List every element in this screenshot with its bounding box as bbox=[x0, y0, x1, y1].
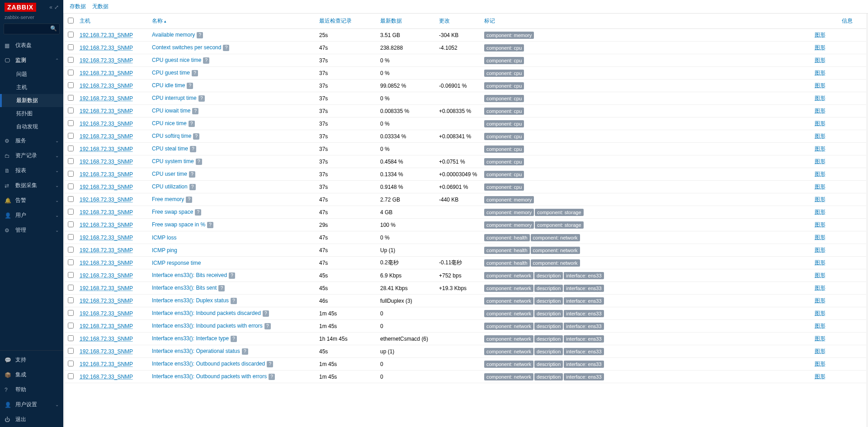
header-name[interactable]: 名称 bbox=[149, 14, 316, 29]
row-checkbox[interactable] bbox=[68, 259, 74, 265]
item-name-link[interactable]: Interface ens33(): Interface type bbox=[152, 335, 229, 342]
host-link[interactable]: 192.168.72.33_SNMP bbox=[80, 361, 133, 367]
graph-link[interactable]: 图形 bbox=[815, 272, 826, 278]
tab-has-data[interactable]: 存数据 bbox=[70, 3, 86, 10]
nav-users[interactable]: 👤用户⌄ bbox=[0, 208, 63, 223]
row-checkbox[interactable] bbox=[68, 95, 74, 101]
graph-link[interactable]: 图形 bbox=[815, 171, 826, 177]
help-icon[interactable]: ? bbox=[231, 298, 237, 304]
graph-link[interactable]: 图形 bbox=[815, 158, 826, 164]
row-checkbox[interactable] bbox=[68, 196, 74, 202]
nav-user-settings[interactable]: 👤用户设置⌄ bbox=[0, 397, 63, 412]
row-checkbox[interactable] bbox=[68, 158, 74, 164]
tag[interactable]: component: memory bbox=[484, 196, 534, 203]
help-icon[interactable]: ? bbox=[197, 32, 203, 38]
item-name-link[interactable]: Interface ens33(): Outbound packets disc… bbox=[152, 361, 265, 367]
item-name-link[interactable]: Free swap space bbox=[152, 209, 193, 215]
host-link[interactable]: 192.168.72.33_SNMP bbox=[80, 348, 133, 355]
help-icon[interactable]: ? bbox=[269, 374, 275, 380]
tag[interactable]: interface: ens33 bbox=[564, 272, 604, 279]
item-name-link[interactable]: CPU interrupt time bbox=[152, 95, 197, 101]
tag[interactable]: component: health bbox=[484, 234, 530, 241]
tag[interactable]: component: network bbox=[484, 373, 533, 380]
item-name-link[interactable]: Free memory bbox=[152, 196, 184, 202]
tag[interactable]: component: cpu bbox=[484, 108, 524, 115]
tag[interactable]: description bbox=[534, 285, 563, 292]
graph-link[interactable]: 图形 bbox=[815, 82, 826, 89]
row-checkbox[interactable] bbox=[68, 133, 74, 139]
nav-inventory[interactable]: 🗀资产记录⌄ bbox=[0, 148, 63, 163]
host-link[interactable]: 192.168.72.33_SNMP bbox=[80, 108, 133, 114]
host-link[interactable]: 192.168.72.33_SNMP bbox=[80, 247, 133, 253]
item-name-link[interactable]: Available memory bbox=[152, 32, 195, 38]
help-icon[interactable]: ? bbox=[231, 336, 237, 342]
tag[interactable]: component: cpu bbox=[484, 171, 524, 178]
help-icon[interactable]: ? bbox=[192, 108, 198, 114]
nav-sub-latest-data[interactable]: 最新数据 bbox=[0, 94, 63, 107]
tag[interactable]: interface: ens33 bbox=[564, 348, 604, 355]
tag[interactable]: component: storage bbox=[535, 209, 583, 216]
item-name-link[interactable]: CPU softirq time bbox=[152, 133, 191, 139]
host-link[interactable]: 192.168.72.33_SNMP bbox=[80, 83, 133, 89]
tag[interactable]: component: cpu bbox=[484, 120, 524, 127]
item-name-link[interactable]: Interface ens33(): Inbound packets disca… bbox=[152, 310, 261, 316]
help-icon[interactable]: ? bbox=[223, 45, 229, 51]
row-checkbox[interactable] bbox=[68, 145, 74, 151]
host-link[interactable]: 192.168.72.33_SNMP bbox=[80, 171, 133, 178]
item-name-link[interactable]: Interface ens33(): Inbound packets with … bbox=[152, 323, 263, 329]
graph-link[interactable]: 图形 bbox=[815, 361, 826, 367]
tag[interactable]: component: cpu bbox=[484, 183, 524, 191]
tag[interactable]: component: network bbox=[484, 285, 533, 292]
host-link[interactable]: 192.168.72.33_SNMP bbox=[80, 95, 133, 102]
host-link[interactable]: 192.168.72.33_SNMP bbox=[80, 32, 133, 38]
nav-data-collection[interactable]: ⇄数据采集⌄ bbox=[0, 178, 63, 193]
help-icon[interactable]: ? bbox=[229, 272, 235, 279]
host-link[interactable]: 192.168.72.33_SNMP bbox=[80, 70, 133, 76]
row-checkbox[interactable] bbox=[68, 323, 74, 328]
nav-reports[interactable]: 🗎报表⌄ bbox=[0, 163, 63, 178]
nav-help[interactable]: ?帮助 bbox=[0, 382, 63, 397]
nav-admin[interactable]: ⚙管理⌄ bbox=[0, 223, 63, 238]
header-last-data[interactable]: 最新数据 bbox=[377, 14, 436, 29]
tag[interactable]: component: network bbox=[484, 323, 533, 330]
item-name-link[interactable]: CPU nice time bbox=[152, 120, 187, 127]
header-change[interactable]: 更改 bbox=[436, 14, 481, 29]
tag[interactable]: component: cpu bbox=[484, 95, 524, 102]
host-link[interactable]: 192.168.72.33_SNMP bbox=[80, 209, 133, 216]
row-checkbox[interactable] bbox=[68, 348, 74, 354]
row-checkbox[interactable] bbox=[68, 310, 74, 316]
tag[interactable]: component: network bbox=[484, 348, 533, 355]
help-icon[interactable]: ? bbox=[186, 197, 192, 203]
tag[interactable]: interface: ens33 bbox=[564, 373, 604, 380]
item-name-link[interactable]: CPU steal time bbox=[152, 145, 188, 152]
host-link[interactable]: 192.168.72.33_SNMP bbox=[80, 197, 133, 203]
header-host[interactable]: 主机 bbox=[77, 14, 149, 29]
tag[interactable]: description bbox=[534, 323, 563, 330]
tag[interactable]: description bbox=[534, 373, 563, 380]
tag[interactable]: component: network bbox=[484, 297, 533, 305]
tag[interactable]: description bbox=[534, 272, 563, 279]
row-checkbox[interactable] bbox=[68, 171, 74, 177]
item-name-link[interactable]: CPU iowait time bbox=[152, 108, 190, 114]
tag[interactable]: component: network bbox=[484, 361, 533, 368]
tag[interactable]: component: memory bbox=[484, 221, 534, 229]
nav-sub-problems[interactable]: 问题 bbox=[0, 68, 63, 81]
help-icon[interactable]: ? bbox=[198, 95, 205, 102]
host-link[interactable]: 192.168.72.33_SNMP bbox=[80, 235, 133, 241]
help-icon[interactable]: ? bbox=[189, 184, 196, 190]
nav-sub-discovery[interactable]: 自动发现 bbox=[0, 120, 63, 133]
host-link[interactable]: 192.168.72.33_SNMP bbox=[80, 45, 133, 51]
host-link[interactable]: 192.168.72.33_SNMP bbox=[80, 146, 133, 152]
help-icon[interactable]: ? bbox=[267, 361, 273, 367]
help-icon[interactable]: ? bbox=[189, 121, 195, 127]
tab-no-data[interactable]: 无数据 bbox=[92, 3, 108, 10]
tag[interactable]: component: network bbox=[531, 234, 580, 241]
row-checkbox[interactable] bbox=[68, 32, 74, 38]
row-checkbox[interactable] bbox=[68, 120, 74, 126]
item-name-link[interactable]: Interface ens33(): Outbound packets with… bbox=[152, 373, 267, 380]
tag[interactable]: component: memory bbox=[484, 32, 534, 39]
graph-link[interactable]: 图形 bbox=[815, 348, 826, 354]
graph-link[interactable]: 图形 bbox=[815, 145, 826, 152]
tag[interactable]: component: cpu bbox=[484, 158, 524, 165]
host-link[interactable]: 192.168.72.33_SNMP bbox=[80, 260, 133, 266]
